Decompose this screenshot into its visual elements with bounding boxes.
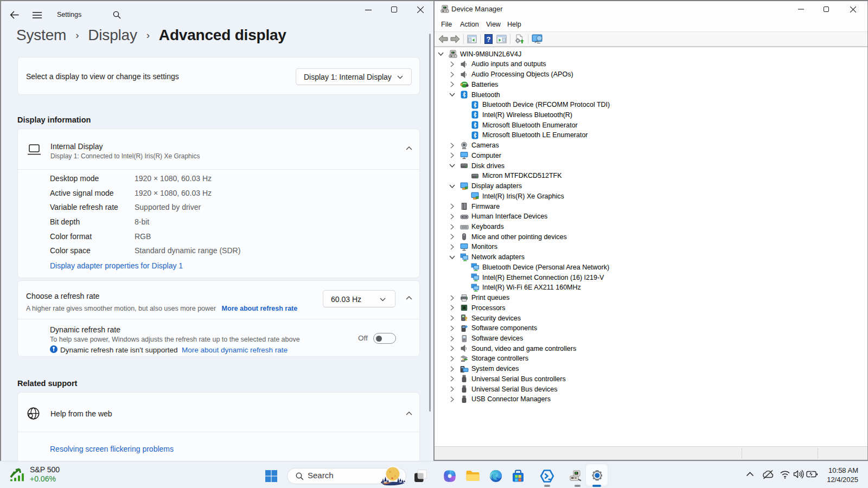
svg-text:?: ? [487, 35, 491, 43]
